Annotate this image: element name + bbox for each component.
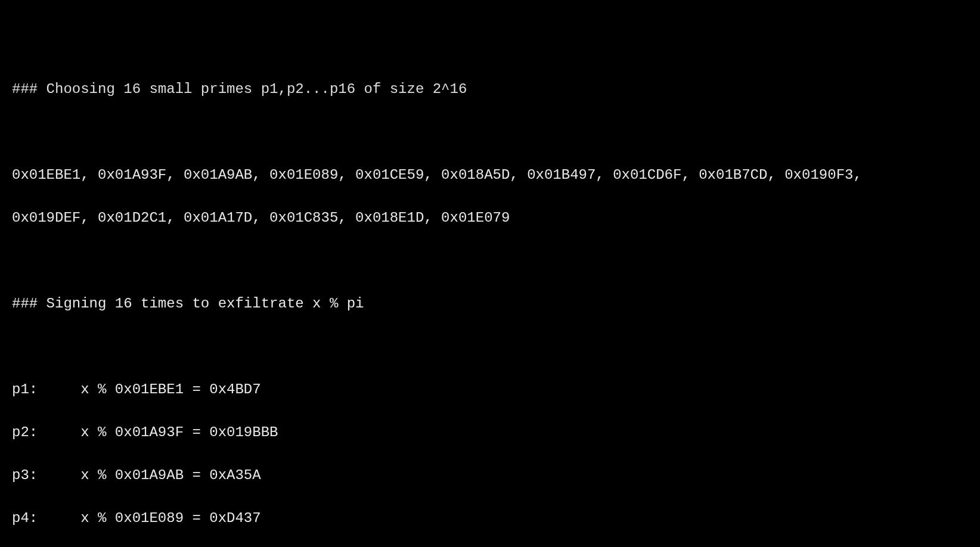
blank-line xyxy=(12,122,968,143)
mod-row: p3: x % 0x01A9AB = 0xA35A xyxy=(12,465,968,486)
header-signing: ### Signing 16 times to exfiltrate x % p… xyxy=(12,293,968,315)
primes-list-line2: 0x019DEF, 0x01D2C1, 0x01A17D, 0x01C835, … xyxy=(12,207,968,229)
mod-row: p4: x % 0x01E089 = 0xD437 xyxy=(12,508,968,529)
blank-line xyxy=(12,250,968,272)
mod-row: p1: x % 0x01EBE1 = 0x4BD7 xyxy=(12,379,968,400)
primes-list-line1: 0x01EBE1, 0x01A93F, 0x01A9AB, 0x01E089, … xyxy=(12,164,968,186)
mod-row: p2: x % 0x01A93F = 0x019BBB xyxy=(12,422,968,443)
blank-line xyxy=(12,336,968,358)
header-choosing-primes: ### Choosing 16 small primes p1,p2...p16… xyxy=(12,79,968,100)
